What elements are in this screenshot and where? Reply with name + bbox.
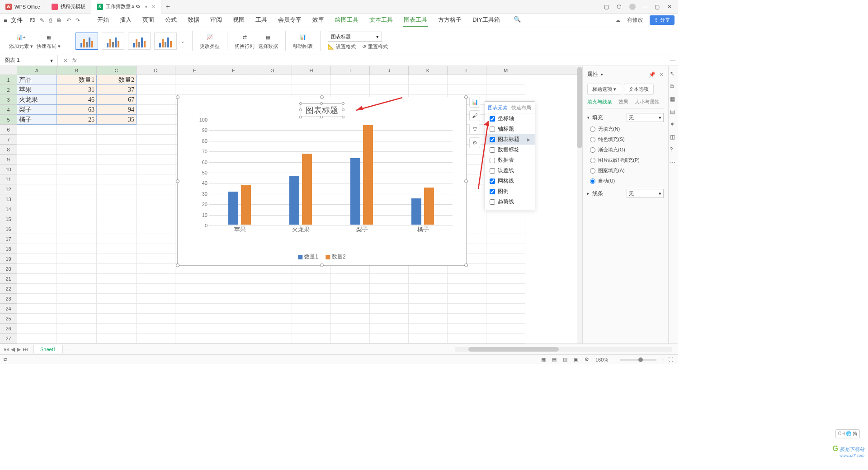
tab-tools[interactable]: 工具: [255, 14, 268, 27]
row-header-6[interactable]: 6: [0, 125, 17, 135]
cell[interactable]: [175, 274, 214, 284]
cell[interactable]: [97, 314, 137, 324]
cell[interactable]: [448, 314, 486, 324]
cell[interactable]: [486, 234, 525, 244]
cell[interactable]: [137, 324, 175, 334]
chevron-icon[interactable]: ▸: [587, 191, 590, 196]
cell[interactable]: [370, 304, 409, 314]
cell[interactable]: [17, 194, 57, 204]
chevron-icon[interactable]: ▾: [587, 115, 590, 120]
cell[interactable]: [137, 135, 175, 145]
cell[interactable]: [370, 334, 409, 343]
row-header-11[interactable]: 11: [0, 174, 17, 184]
radio[interactable]: [590, 179, 595, 184]
cell[interactable]: [486, 324, 525, 334]
avatar-icon[interactable]: [629, 4, 636, 10]
cell[interactable]: [486, 224, 525, 234]
cell[interactable]: [253, 75, 292, 85]
chart-settings-icon[interactable]: ⚙: [469, 137, 480, 148]
cell[interactable]: [370, 75, 409, 85]
cell[interactable]: [57, 264, 97, 274]
col-header-E[interactable]: E: [175, 66, 214, 75]
resize-handle[interactable]: [464, 179, 468, 183]
cell[interactable]: [175, 294, 214, 304]
row-header-17[interactable]: 17: [0, 234, 17, 244]
cell[interactable]: [97, 164, 137, 174]
gallery-more-icon[interactable]: ⌄: [180, 38, 185, 44]
layers-icon[interactable]: ▦: [670, 96, 677, 103]
cell[interactable]: [17, 234, 57, 244]
cell[interactable]: [331, 284, 370, 294]
cell[interactable]: [137, 284, 175, 294]
checkbox[interactable]: [490, 137, 495, 142]
cell[interactable]: [331, 294, 370, 304]
cell[interactable]: [97, 274, 137, 284]
title-handle[interactable]: [342, 108, 344, 111]
popup-tab-elements[interactable]: 图表元素: [488, 104, 508, 111]
export-icon[interactable]: ✎: [40, 17, 44, 24]
chart-object[interactable]: 图表标题 0102030405060708090100 苹果火龙果梨子橘子 数量…: [177, 97, 467, 266]
popup-item-趋势线[interactable]: 趋势线: [485, 197, 535, 207]
cell[interactable]: [97, 304, 137, 314]
cell[interactable]: [448, 324, 486, 334]
cell[interactable]: [97, 294, 137, 304]
checkbox[interactable]: [490, 158, 495, 163]
resize-handle[interactable]: [176, 263, 179, 267]
cell[interactable]: [57, 184, 97, 194]
radio[interactable]: [590, 127, 595, 132]
cell[interactable]: [448, 75, 486, 85]
add-element-button[interactable]: 📊+ 添加元素 ▾: [9, 32, 33, 50]
cell[interactable]: [97, 155, 137, 164]
layers2-icon[interactable]: ▤: [670, 108, 677, 116]
sec-tab-size[interactable]: 大小与属性: [635, 99, 660, 105]
cell[interactable]: [409, 334, 448, 343]
cell[interactable]: [97, 334, 137, 343]
cell[interactable]: [214, 284, 253, 294]
fx-icon[interactable]: fx: [72, 57, 76, 64]
last-icon[interactable]: ⏭: [23, 346, 28, 352]
zoom-in-icon[interactable]: +: [661, 357, 664, 362]
first-icon[interactable]: ⏮: [4, 346, 9, 352]
cell[interactable]: [214, 85, 253, 95]
bar[interactable]: [363, 125, 373, 225]
cell[interactable]: [409, 274, 448, 284]
cell[interactable]: [292, 75, 331, 85]
chart-filter-icon[interactable]: ▽: [469, 124, 480, 135]
cell[interactable]: [370, 294, 409, 304]
cell[interactable]: [57, 145, 97, 155]
checkbox[interactable]: [490, 116, 495, 122]
chart-style-2[interactable]: [102, 33, 124, 50]
cell[interactable]: [448, 274, 486, 284]
cell[interactable]: 橘子: [17, 115, 57, 125]
fullscreen-icon[interactable]: ⛶: [668, 357, 675, 363]
cell[interactable]: [57, 274, 97, 284]
row-header-5[interactable]: 5: [0, 115, 17, 125]
view-page-icon[interactable]: ▥: [563, 357, 569, 363]
cell[interactable]: [57, 334, 97, 343]
cell[interactable]: [97, 264, 137, 274]
bar[interactable]: [302, 154, 312, 225]
bar[interactable]: [241, 185, 251, 225]
close-window-icon[interactable]: ✕: [667, 4, 674, 10]
more-icon[interactable]: ⋯: [670, 159, 677, 166]
cell[interactable]: [137, 264, 175, 274]
cell[interactable]: [292, 304, 331, 314]
col-header-G[interactable]: G: [253, 66, 292, 75]
row-header-21[interactable]: 21: [0, 274, 17, 284]
select-all-corner[interactable]: [0, 66, 17, 75]
sec-tab-fill-line[interactable]: 填充与线条: [587, 99, 612, 105]
cell[interactable]: [137, 204, 175, 214]
select-data-button[interactable]: ▦ 选择数据: [258, 32, 278, 50]
cell[interactable]: [57, 224, 97, 234]
col-header-A[interactable]: A: [17, 66, 57, 75]
prev-icon[interactable]: ◀: [11, 346, 15, 352]
col-header-I[interactable]: I: [331, 66, 370, 75]
cell[interactable]: [17, 164, 57, 174]
tab-home[interactable]: 开始: [96, 14, 110, 27]
cell[interactable]: [253, 324, 292, 334]
row-header-19[interactable]: 19: [0, 254, 17, 264]
zoom-out-icon[interactable]: −: [613, 357, 615, 362]
cell[interactable]: [370, 85, 409, 95]
fill-option[interactable]: 纯色填充(S): [590, 136, 664, 143]
cell[interactable]: [137, 314, 175, 324]
